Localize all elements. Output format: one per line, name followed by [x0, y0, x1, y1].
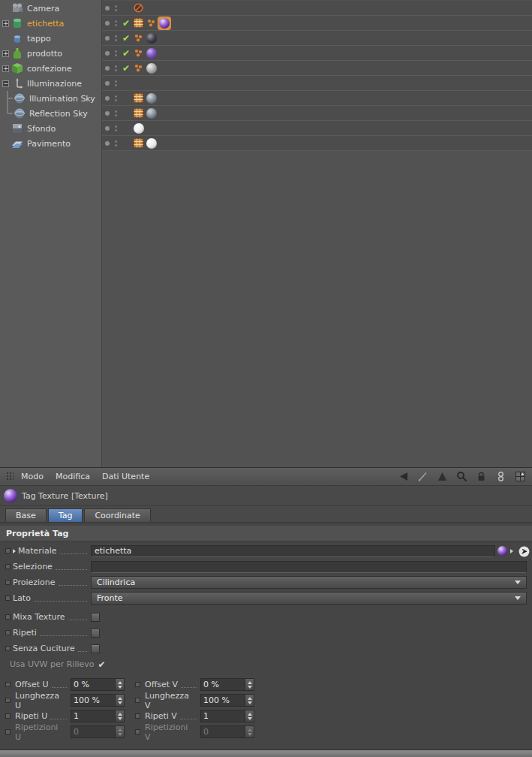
layer-dot[interactable]	[105, 81, 110, 86]
bottom-resize-bar[interactable]	[0, 749, 532, 757]
object-row-sfondo[interactable]: Sfondo	[0, 121, 532, 136]
layer-dot[interactable]	[105, 96, 110, 101]
object-name[interactable]: tappo	[27, 34, 51, 44]
lato-dropdown[interactable]: Fronte	[91, 592, 527, 605]
search-icon[interactable]	[456, 471, 467, 482]
offset-u-field[interactable]	[71, 678, 125, 691]
object-row-illuminazione[interactable]: − Illuminazione	[0, 76, 532, 91]
layer-dot[interactable]	[105, 36, 110, 41]
ripeti-checkbox[interactable]	[91, 629, 100, 638]
lunghezza-v-field[interactable]	[200, 694, 254, 707]
spinner[interactable]	[115, 710, 124, 722]
proiezione-dropdown[interactable]: Cilindrica	[91, 576, 527, 589]
lock-icon[interactable]	[476, 471, 487, 482]
uvw-tag-icon[interactable]	[134, 93, 143, 103]
ripeti-u-field[interactable]	[71, 710, 125, 722]
object-name[interactable]: Reflection Sky	[29, 109, 88, 119]
object-name-selected[interactable]: etichetta	[27, 19, 64, 29]
material-thumbnail-icon[interactable]	[497, 546, 507, 556]
texture-tag-icon[interactable]	[146, 93, 157, 104]
offset-v-field[interactable]	[200, 678, 254, 691]
protection-tag-icon[interactable]	[134, 3, 143, 13]
visibility-dots[interactable]	[115, 110, 117, 116]
enable-check-icon[interactable]: ✔	[120, 18, 132, 29]
history-back-icon[interactable]	[398, 471, 409, 482]
visibility-dots[interactable]	[115, 125, 117, 131]
object-row-camera[interactable]: Camera	[0, 1, 532, 16]
object-name[interactable]: confezione	[27, 64, 72, 74]
visibility-dots[interactable]	[115, 50, 117, 56]
texture-tag-icon[interactable]	[134, 123, 144, 134]
spinner[interactable]	[245, 695, 254, 706]
visibility-dots[interactable]	[115, 140, 117, 146]
uvw-tag-icon[interactable]	[134, 18, 143, 28]
object-name[interactable]: Illuminazione	[27, 79, 82, 89]
spinner[interactable]	[115, 695, 124, 706]
object-row-pavimento[interactable]: Pavimento	[0, 136, 532, 151]
expand-toggle-icon[interactable]: +	[2, 20, 9, 27]
keyframe-bullet[interactable]	[5, 630, 11, 635]
uvw-tag-icon[interactable]	[134, 108, 143, 118]
keyframe-bullet[interactable]	[135, 682, 140, 687]
layer-dot[interactable]	[105, 141, 110, 146]
history-up-icon[interactable]	[437, 471, 448, 482]
object-row-confezione[interactable]: + confezione ✔	[0, 61, 532, 76]
object-row-illumination-sky[interactable]: Illumination Sky	[0, 91, 532, 106]
visibility-dots[interactable]	[115, 65, 117, 71]
spinner[interactable]	[245, 679, 254, 690]
lunghezza-u-field[interactable]	[71, 694, 125, 707]
keyframe-bullet[interactable]	[135, 713, 140, 719]
texture-tag-icon[interactable]	[146, 138, 157, 149]
keyframe-bullet[interactable]	[5, 698, 11, 703]
materiale-input[interactable]	[91, 545, 495, 557]
visibility-dots[interactable]	[115, 20, 117, 26]
ripeti-v-field[interactable]	[200, 710, 254, 722]
pen-icon[interactable]	[417, 471, 428, 482]
layer-dot[interactable]	[105, 111, 110, 116]
senza-cuciture-checkbox[interactable]	[91, 644, 100, 653]
spinner[interactable]	[245, 710, 254, 722]
collapse-toggle-icon[interactable]: −	[2, 80, 9, 87]
object-row-reflection-sky[interactable]: Reflection Sky	[0, 106, 532, 121]
phong-tag-icon[interactable]	[134, 33, 143, 43]
menu-modo[interactable]: Modo	[21, 472, 44, 481]
texture-tag-icon[interactable]	[146, 33, 157, 44]
texture-tag-selected[interactable]	[159, 18, 170, 29]
selezione-input[interactable]	[91, 561, 527, 573]
layer-dot[interactable]	[105, 21, 110, 26]
expand-toggle-icon[interactable]: +	[2, 65, 9, 72]
keyframe-bullet[interactable]	[5, 682, 11, 687]
object-row-prodotto[interactable]: + prodotto ✔	[0, 46, 532, 61]
section-header[interactable]: Proprietà Tag	[0, 526, 532, 541]
layer-dot[interactable]	[105, 6, 110, 11]
keyframe-bullet[interactable]	[5, 564, 11, 569]
layer-dot[interactable]	[105, 66, 110, 71]
keyframe-bullet[interactable]	[5, 713, 11, 719]
link-icon[interactable]	[495, 471, 506, 482]
pick-material-icon[interactable]	[518, 546, 528, 556]
object-name[interactable]: Camera	[27, 4, 59, 14]
menu-modifica[interactable]: Modifica	[56, 472, 90, 481]
phong-tag-icon[interactable]	[146, 18, 156, 28]
new-panel-icon[interactable]	[515, 471, 526, 482]
texture-tag-icon[interactable]	[146, 48, 157, 59]
keyframe-bullet[interactable]	[5, 646, 11, 651]
keyframe-bullet[interactable]	[5, 548, 11, 553]
expand-toggle-icon[interactable]: +	[2, 50, 9, 57]
phong-tag-icon[interactable]	[134, 63, 143, 73]
texture-tag-icon[interactable]	[146, 63, 157, 74]
panel-grip-icon[interactable]	[6, 472, 14, 481]
tab-coordinate[interactable]: Coordinate	[84, 508, 150, 522]
material-menu-arrow-icon[interactable]	[510, 549, 513, 553]
tab-base[interactable]: Base	[5, 508, 47, 522]
layer-dot[interactable]	[105, 51, 110, 56]
uvw-tag-icon[interactable]	[134, 138, 143, 148]
enable-check-icon[interactable]: ✔	[120, 33, 132, 44]
object-name[interactable]: Sfondo	[27, 124, 56, 134]
expand-triangle-icon[interactable]	[13, 549, 16, 553]
enable-check-icon[interactable]: ✔	[120, 63, 132, 74]
texture-tag-icon[interactable]	[146, 108, 157, 119]
visibility-dots[interactable]	[115, 5, 117, 11]
menu-dati-utente[interactable]: Dati Utente	[102, 472, 149, 481]
mixa-texture-checkbox[interactable]	[91, 613, 100, 622]
